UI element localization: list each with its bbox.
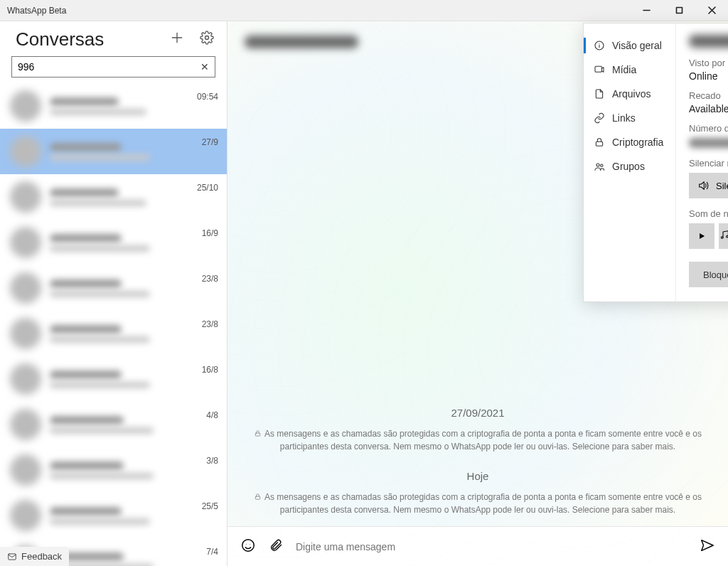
message-input[interactable] — [296, 541, 687, 552]
chat-time: 25/10 — [197, 180, 218, 193]
phone-value — [689, 138, 728, 148]
search-input-wrapper[interactable]: ✕ — [11, 56, 215, 78]
new-chat-button[interactable] — [170, 31, 184, 48]
tab-overview[interactable]: Visão geral — [584, 33, 675, 58]
chat-time: 16/9 — [202, 225, 218, 238]
svg-rect-11 — [595, 66, 601, 72]
chat-list[interactable]: 09:54 27/9 25/10 16/9 23/8 23/8 16/8 4/8… — [0, 83, 227, 566]
settings-button[interactable] — [200, 31, 214, 48]
chat-time: 16/8 — [202, 362, 218, 375]
svg-point-16 — [721, 237, 723, 239]
avatar — [10, 454, 41, 486]
tab-media[interactable]: Mídia — [584, 58, 675, 82]
sound-dropdown[interactable]: Padrão — [719, 223, 728, 249]
mute-label: Silenciar notificações — [689, 158, 728, 169]
chat-time: 4/8 — [206, 407, 218, 420]
svg-rect-5 — [255, 433, 259, 436]
avatar — [10, 136, 41, 167]
play-sound-button[interactable] — [689, 223, 714, 249]
chat-list-item[interactable]: 4/8 — [0, 402, 227, 447]
encryption-notice[interactable]: As mensagens e as chamadas são protegida… — [250, 491, 705, 516]
feedback-button[interactable]: Feedback — [0, 547, 69, 566]
block-button[interactable]: Bloquear — [689, 262, 728, 287]
chat-list-item[interactable]: 25/5 — [0, 493, 227, 538]
last-seen-value: Online — [689, 70, 728, 82]
send-button[interactable] — [700, 538, 715, 556]
avatar — [10, 318, 41, 349]
about-value: Available — [689, 103, 728, 114]
avatar — [10, 272, 41, 304]
chat-list-item[interactable]: 16/9 — [0, 220, 227, 265]
chat-main: 27/09/2021 As mensagens e as chamadas sã… — [228, 21, 728, 566]
window-close-button[interactable] — [695, 0, 728, 21]
svg-point-13 — [596, 164, 599, 166]
chat-sidebar: Conversas ✕ 09:54 27/9 25/10 16/9 23/8 2… — [0, 21, 228, 566]
sidebar-title: Conversas — [16, 28, 104, 50]
window-title: WhatsApp Beta — [7, 6, 66, 16]
chat-time: 09:54 — [197, 89, 218, 102]
mute-dropdown[interactable]: Silenciar — [689, 173, 728, 198]
contact-name — [689, 35, 728, 48]
svg-point-14 — [601, 164, 603, 166]
avatar — [10, 227, 41, 258]
search-input[interactable] — [18, 61, 200, 73]
about-label: Recado — [689, 90, 728, 101]
date-separator: Hoje — [228, 463, 728, 485]
chat-time: 27/9 — [202, 134, 218, 147]
feedback-label: Feedback — [21, 551, 62, 562]
contact-info-tabs: Visão geral Mídia Arquivos Links Criptog… — [584, 23, 676, 301]
avatar — [10, 90, 41, 122]
chat-time: 25/5 — [202, 498, 218, 511]
avatar — [10, 363, 41, 395]
svg-rect-0 — [676, 8, 682, 14]
svg-point-8 — [246, 543, 247, 544]
sound-label: Som de notificação — [689, 208, 728, 219]
chat-list-item[interactable]: 23/8 — [0, 311, 227, 356]
avatar — [10, 500, 41, 531]
window-minimize-button[interactable] — [630, 0, 663, 21]
contact-info-panel: Visão geral Mídia Arquivos Links Criptog… — [583, 23, 728, 302]
message-composer — [228, 526, 728, 566]
search-clear-button[interactable]: ✕ — [200, 61, 209, 73]
chat-list-item[interactable]: 25/10 — [0, 174, 227, 220]
chat-list-item[interactable]: 3/8 — [0, 447, 227, 493]
chat-time: 23/8 — [202, 271, 218, 284]
chat-header-contact-name[interactable] — [245, 36, 358, 48]
svg-rect-6 — [255, 496, 259, 499]
chat-list-item[interactable]: 16/8 — [0, 356, 227, 402]
phone-label: Número de telefone — [689, 123, 728, 134]
chat-list-item[interactable]: 23/8 — [0, 265, 227, 311]
mute-value: Silenciar — [716, 181, 728, 191]
svg-point-7 — [242, 539, 255, 551]
emoji-button[interactable] — [240, 538, 256, 556]
svg-point-1 — [205, 36, 209, 40]
tab-files[interactable]: Arquivos — [584, 82, 675, 106]
chat-time: 7/4 — [206, 544, 218, 557]
encryption-notice[interactable]: As mensagens e as chamadas são protegida… — [250, 427, 705, 453]
last-seen-label: Visto por último — [689, 58, 728, 68]
date-separator: 27/09/2021 — [228, 400, 728, 422]
window-titlebar: WhatsApp Beta — [0, 0, 728, 21]
avatar — [10, 181, 41, 213]
chat-list-item[interactable]: 09:54 — [0, 83, 227, 129]
svg-rect-2 — [9, 553, 16, 559]
attach-button[interactable] — [269, 538, 283, 555]
tab-groups[interactable]: Grupos — [584, 154, 675, 178]
svg-rect-12 — [596, 142, 602, 146]
tab-encryption[interactable]: Criptografia — [584, 130, 675, 154]
svg-point-9 — [250, 543, 250, 544]
window-maximize-button[interactable] — [663, 0, 695, 21]
tab-links[interactable]: Links — [584, 106, 675, 130]
chat-time: 3/8 — [206, 453, 218, 466]
chat-list-item[interactable]: 27/9 — [0, 129, 227, 174]
chat-time: 23/8 — [202, 316, 218, 329]
avatar — [10, 409, 41, 440]
